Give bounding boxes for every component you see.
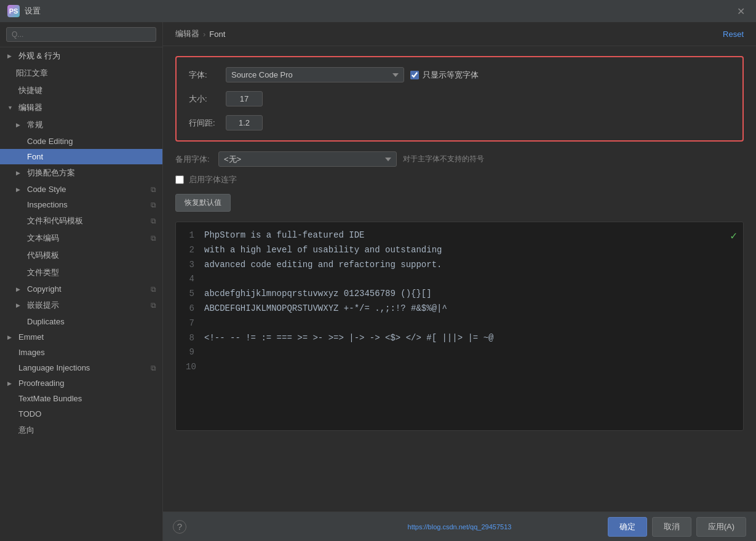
sidebar-item-copyright[interactable]: ▶ Copyright ⧉ (0, 281, 162, 297)
close-button[interactable]: ✕ (733, 4, 749, 18)
sidebar-item-label: Proofreading (18, 379, 64, 388)
size-input[interactable] (226, 91, 263, 106)
sidebar-item-todo[interactable]: ▶ TODO (0, 406, 162, 422)
line-number: 4 (186, 272, 194, 287)
app-icon: PS (7, 5, 20, 17)
line-number: 6 (186, 302, 194, 316)
breadcrumb-parent: 编辑器 (175, 28, 199, 39)
sidebar-item-file-types[interactable]: ▶ 文件类型 (0, 264, 162, 281)
sidebar-item-text-encoding[interactable]: ▶ 文本编码 ⧉ (0, 230, 162, 247)
sidebar-item-label: Duplicates (27, 317, 65, 326)
line-number: 8 (186, 331, 194, 346)
sidebar-item-label: 切换配色方案 (27, 167, 75, 178)
sidebar-item-general[interactable]: ▶ 常规 (0, 116, 162, 134)
title-bar: PS 设置 ✕ (0, 0, 756, 22)
preview-line-3: 3 advanced code editing and refactoring … (186, 258, 733, 273)
reset-button[interactable]: Reset (723, 30, 744, 39)
cancel-button[interactable]: 取消 (652, 517, 691, 537)
copy-icon: ⧉ (151, 201, 156, 209)
fallback-label: 备用字体: (175, 154, 212, 165)
sidebar-item-editor[interactable]: ▼ 编辑器 (0, 99, 162, 116)
line-number: 10 (186, 360, 194, 375)
breadcrumb-bar: 编辑器 › Font Reset (163, 22, 756, 46)
size-label: 大小: (189, 94, 220, 105)
sidebar-item-label: Code Style (27, 185, 66, 194)
sidebar-item-code-editing[interactable]: ▶ Code Editing (0, 134, 162, 149)
content-area: 字体: Source Code Pro 只显示等宽字体 大小: (163, 46, 756, 511)
restore-default-button[interactable]: 恢复默认值 (175, 194, 231, 212)
sidebar-item-label: Images (18, 348, 45, 357)
sidebar-item-lang-injections[interactable]: ▶ Language Injections ⧉ (0, 360, 162, 375)
sidebar-item-appearance[interactable]: ▶ 外观 & 行为 (0, 47, 162, 65)
sidebar-item-label: 阳江文章 (16, 68, 48, 79)
fallback-select[interactable]: <无> (218, 151, 397, 167)
sidebar-item-label: TextMate Bundles (18, 394, 82, 403)
main-content: 编辑器 › Font Reset 字体: Source Code Pro (163, 22, 756, 541)
arrow-icon: ▶ (16, 186, 25, 193)
sidebar-item-proofreading[interactable]: ▶ Proofreading (0, 375, 162, 391)
breadcrumb: 编辑器 › Font (175, 28, 225, 39)
copy-icon: ⧉ (151, 285, 156, 294)
sidebar-item-textmate[interactable]: ▶ TextMate Bundles (0, 391, 162, 406)
preview-line-8: 8 <!-- -- != := === >= >- >=> |-> -> <$>… (186, 331, 733, 346)
settings-dialog: PS 设置 ✕ ▶ 外观 & 行为 阳江文章 ▶ 快捷键 (0, 0, 756, 541)
breadcrumb-separator: › (203, 30, 205, 39)
ligature-checkbox[interactable] (175, 175, 184, 184)
line-spacing-input[interactable] (226, 115, 263, 130)
sidebar-item-label: Code Editing (27, 137, 73, 146)
font-label: 字体: (189, 70, 220, 81)
line-number: 5 (186, 287, 194, 302)
copy-icon: ⧉ (151, 234, 156, 242)
copy-icon: ⧉ (151, 364, 156, 372)
breadcrumb-current: Font (209, 30, 225, 39)
arrow-icon: ▶ (16, 286, 25, 292)
line-content: PhpStorm is a full-featured IDE (204, 228, 364, 243)
sidebar-item-label: Emmet (18, 332, 44, 342)
sidebar-item-shortcuts[interactable]: ▶ 快捷键 (0, 82, 162, 99)
sidebar-item-label: 文本编码 (27, 233, 59, 244)
sidebar-item-label: 代码模板 (27, 250, 59, 261)
monospace-label: 只显示等宽字体 (423, 70, 479, 81)
sidebar-item-label: 编辑器 (18, 102, 42, 113)
preview-line-2: 2 with a high level of usability and out… (186, 243, 733, 258)
font-settings-box: 字体: Source Code Pro 只显示等宽字体 大小: (175, 56, 744, 142)
sidebar-item-color-scheme[interactable]: ▶ 切换配色方案 (0, 164, 162, 182)
arrow-icon: ▶ (16, 302, 25, 308)
copy-icon: ⧉ (151, 217, 156, 225)
sidebar-item-embedded-hints[interactable]: ▶ 嵌嵌提示 ⧉ (0, 297, 162, 314)
sidebar-item-file-code-templates[interactable]: ▶ 文件和代码模板 ⧉ (0, 212, 162, 230)
search-input[interactable] (6, 27, 156, 42)
line-number: 2 (186, 243, 194, 258)
arrow-icon: ▼ (7, 105, 16, 111)
sidebar-item-label: 外观 & 行为 (18, 50, 60, 62)
csdn-link[interactable]: https://blog.csdn.net/qq_29457513 (408, 523, 512, 531)
arrow-icon: ▶ (16, 170, 25, 176)
line-number: 1 (186, 228, 194, 243)
copy-icon: ⧉ (151, 301, 156, 310)
sidebar-item-font[interactable]: ▶ Font (0, 149, 162, 164)
sidebar-item-duplicates[interactable]: ▶ Duplicates (0, 314, 162, 329)
fallback-row: 备用字体: <无> 对于主字体不支持的符号 (175, 151, 744, 167)
line-spacing-row: 行间距: (189, 115, 730, 130)
line-content: abcdefghijklmnopqrstuvwxyz 0123456789 ()… (204, 287, 432, 302)
sidebar-item-appearance-sub[interactable]: 阳江文章 (0, 65, 162, 82)
apply-button[interactable]: 应用(A) (696, 517, 746, 537)
monospace-check[interactable]: 只显示等宽字体 (410, 70, 479, 81)
checkmark-icon: ✓ (730, 227, 737, 246)
sidebar-item-code-style[interactable]: ▶ Code Style ⧉ (0, 182, 162, 197)
preview-line-5: 5 abcdefghijklmnopqrstuvwxyz 0123456789 … (186, 287, 733, 302)
monospace-checkbox[interactable] (410, 71, 419, 79)
arrow-icon: ▶ (7, 53, 16, 59)
help-button[interactable]: ? (173, 520, 186, 534)
sidebar-item-inspections[interactable]: ▶ Inspections ⧉ (0, 197, 162, 212)
sidebar-item-emmet[interactable]: ▶ Emmet (0, 329, 162, 345)
line-content: <!-- -- != := === >= >- >=> |-> -> <$> <… (204, 331, 493, 346)
fallback-note: 对于主字体不支持的符号 (403, 154, 484, 164)
confirm-button[interactable]: 确定 (608, 517, 647, 537)
sidebar-item-label: Font (27, 152, 43, 161)
sidebar-item-intention[interactable]: ▶ 意向 (0, 422, 162, 439)
sidebar-item-images[interactable]: ▶ Images (0, 345, 162, 360)
font-select[interactable]: Source Code Pro (226, 67, 404, 82)
sidebar-item-code-templates[interactable]: ▶ 代码模板 (0, 247, 162, 264)
arrow-icon: ▶ (7, 334, 16, 340)
